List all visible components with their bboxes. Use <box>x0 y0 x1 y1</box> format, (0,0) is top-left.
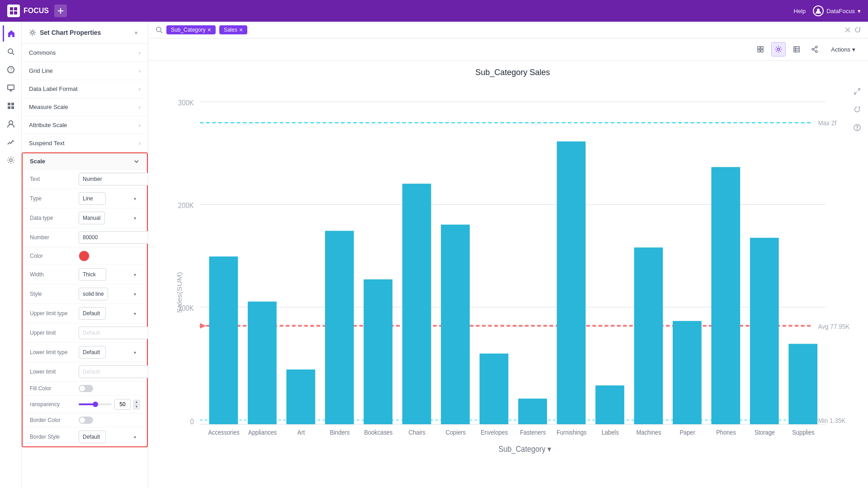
svg-line-38 <box>814 50 816 51</box>
svg-text:Bookcases: Bookcases <box>364 429 392 436</box>
svg-text:Paper: Paper <box>679 429 695 436</box>
scale-text-row: Text <box>23 170 147 189</box>
panel-title: Set Chart Properties <box>40 29 101 36</box>
chart-type-card-button[interactable] <box>753 42 768 57</box>
svg-text:Binders: Binders <box>330 429 350 436</box>
sidebar-item-grid[interactable] <box>3 98 19 114</box>
svg-point-34 <box>816 46 817 48</box>
svg-rect-73 <box>480 354 509 424</box>
chart-share-button[interactable] <box>807 42 822 57</box>
search-input[interactable] <box>251 27 841 33</box>
scale-transparency-label: ransparency <box>30 401 75 407</box>
scale-fillcolor-toggle[interactable] <box>79 385 93 392</box>
sidebar-item-settings[interactable] <box>3 152 19 168</box>
svg-text:Fasteners: Fasteners <box>520 429 546 436</box>
sidebar-item-search[interactable] <box>3 43 19 60</box>
scale-borderstyle-select[interactable]: DefaultSolidDashed <box>79 431 106 443</box>
svg-point-36 <box>812 48 814 50</box>
panel-item-gridline-label: Grid Line <box>29 67 53 74</box>
panel-item-commons[interactable]: Commons › <box>22 44 148 62</box>
panel-item-gridline[interactable]: Grid Line › <box>22 62 148 80</box>
scale-width-select[interactable]: ThinMediumThick <box>79 268 106 281</box>
sidebar-item-analytics[interactable] <box>3 134 19 150</box>
svg-rect-1 <box>14 7 17 10</box>
svg-rect-2 <box>10 11 13 14</box>
scale-section: Scale Text Type LineDashedDotted <box>22 152 148 447</box>
search-icon <box>156 26 163 33</box>
panel-item-suspendtext[interactable]: Suspend Text › <box>22 134 148 152</box>
top-nav-right: Help DataFocus ▾ <box>793 5 861 16</box>
svg-text:Sub_Category ▾: Sub_Category ▾ <box>499 444 552 454</box>
panel-item-attributescale[interactable]: Attribute Scale › <box>22 116 148 134</box>
svg-rect-15 <box>11 103 14 105</box>
help-link[interactable]: Help <box>793 8 806 14</box>
scale-bordercolor-label: Border Color <box>30 417 75 423</box>
chart-properties-button[interactable] <box>771 42 786 57</box>
sidebar-item-user[interactable] <box>3 116 19 132</box>
scale-type-row: Type LineDashedDotted <box>23 189 147 208</box>
scale-borderstyle-label: Border Style <box>30 434 75 440</box>
svg-rect-81 <box>634 247 663 424</box>
panel-item-measurescale[interactable]: Measure Scale › <box>22 98 148 116</box>
increment-button[interactable]: ▲ <box>133 400 140 404</box>
svg-point-35 <box>816 51 817 52</box>
decrement-button[interactable]: ▼ <box>133 405 140 409</box>
chart-refresh-button[interactable] <box>854 106 861 114</box>
scale-bordercolor-toggle[interactable] <box>79 417 93 424</box>
scale-borderstyle-row: Border Style DefaultSolidDashed <box>23 427 147 446</box>
clear-icon[interactable] <box>844 27 851 33</box>
chart-help-button[interactable] <box>854 124 861 133</box>
sidebar-item-help[interactable]: ? <box>3 62 19 78</box>
svg-rect-83 <box>673 321 702 424</box>
scale-upperlimittype-select[interactable]: DefaultCustom <box>79 307 106 320</box>
scale-type-wrapper: LineDashedDotted <box>79 192 140 205</box>
tag-subcategory[interactable]: Sub_Category × <box>166 25 216 34</box>
scale-number-input[interactable] <box>79 231 148 244</box>
scale-lowerlimit-input[interactable] <box>79 365 148 378</box>
sidebar-item-monitor[interactable] <box>3 80 19 96</box>
tag-sales-remove[interactable]: × <box>239 27 243 33</box>
scale-lowerlimit-label: Lower limit <box>30 369 75 375</box>
svg-text:Copiers: Copiers <box>446 429 466 436</box>
scale-datatype-select[interactable]: ManualAuto <box>79 212 105 224</box>
scale-text-input[interactable] <box>79 173 148 185</box>
sidebar-item-home[interactable] <box>3 25 19 42</box>
scale-section-header[interactable]: Scale <box>23 153 147 170</box>
scale-color-swatch[interactable] <box>79 251 90 261</box>
user-menu[interactable]: DataFocus ▾ <box>813 5 861 16</box>
main-layout: ? Set Chart Properties × <box>0 22 868 488</box>
user-dropdown-icon: ▾ <box>858 8 861 14</box>
chart-table-button[interactable] <box>789 42 804 57</box>
tag-sales[interactable]: Sales × <box>219 25 247 34</box>
chevron-right-icon: › <box>139 49 141 56</box>
scale-borderstyle-wrapper: DefaultSolidDashed <box>79 431 140 443</box>
actions-button[interactable]: Actions ▾ <box>826 43 861 56</box>
svg-text:Chairs: Chairs <box>409 429 425 436</box>
scale-datatype-row: Data type ManualAuto <box>23 208 147 228</box>
tag-subcategory-remove[interactable]: × <box>208 27 211 33</box>
svg-rect-85 <box>711 167 740 424</box>
scale-style-select[interactable]: solid linedasheddotted <box>79 288 108 300</box>
scale-transparency-slider[interactable] <box>79 403 112 405</box>
svg-line-22 <box>160 31 162 33</box>
scale-lowerlimittype-select[interactable]: DefaultCustom <box>79 346 106 359</box>
refresh-search-icon[interactable] <box>854 27 861 33</box>
svg-text:Max 2f: Max 2f <box>818 119 837 127</box>
panel-header-left: Set Chart Properties <box>29 29 101 36</box>
svg-text:Accessories: Accessories <box>208 429 240 436</box>
svg-rect-28 <box>761 50 763 52</box>
chart-toolbar: Actions ▾ <box>148 38 868 61</box>
scale-type-select[interactable]: LineDashedDotted <box>79 192 106 205</box>
chevron-right-icon: › <box>139 122 141 128</box>
panel-item-datalabel[interactable]: Data Label Format › <box>22 80 148 98</box>
scale-upperlimittype-label: Upper limit type <box>30 310 75 317</box>
chart-expand-button[interactable] <box>854 88 861 96</box>
svg-text:Envelopes: Envelopes <box>481 429 508 436</box>
close-icon: × <box>134 29 138 36</box>
new-tab-button[interactable] <box>54 5 67 17</box>
scale-upperlimit-input[interactable] <box>79 327 148 339</box>
panel-close-button[interactable]: × <box>132 28 141 37</box>
scale-color-row: Color <box>23 247 147 265</box>
scale-datatype-wrapper: ManualAuto <box>79 212 140 224</box>
svg-point-21 <box>156 27 161 32</box>
